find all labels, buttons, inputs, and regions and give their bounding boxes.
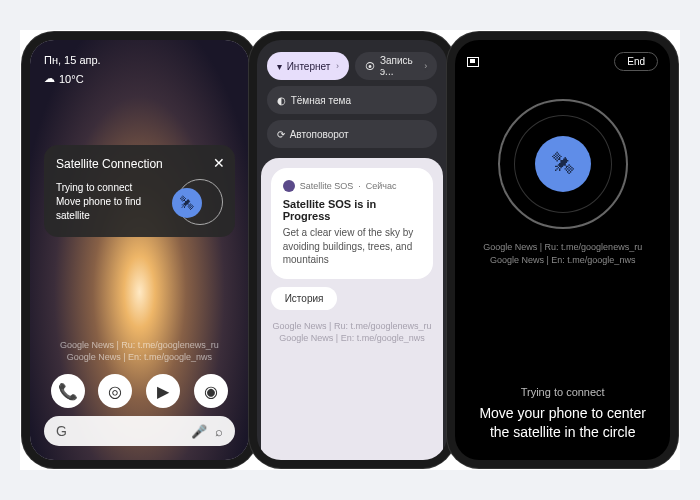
satellite-icon: 🛰 — [552, 151, 574, 177]
end-button[interactable]: End — [614, 52, 658, 71]
play-app-icon[interactable]: ▶ — [146, 374, 180, 408]
camera-app-icon[interactable]: ◉ — [194, 374, 228, 408]
watermark: Google News | Ru: t.me/googlenews_ru Goo… — [483, 241, 642, 266]
satellite-icon: 🛰 — [180, 195, 194, 211]
homescreen-phone: Пн, 15 апр. ☁ 10°C ✕ Satellite Connectio… — [30, 40, 249, 460]
wifi-icon: ▾ — [277, 61, 282, 72]
satellite-connection-card[interactable]: ✕ Satellite Connection Trying to connect… — [44, 145, 235, 237]
status-date: Пн, 15 апр. — [44, 54, 235, 66]
weather-widget[interactable]: ☁ 10°C — [44, 72, 235, 85]
cloud-icon: ☁ — [44, 72, 55, 85]
moon-icon: ◐ — [277, 95, 286, 106]
chevron-right-icon: › — [424, 61, 427, 71]
screen-record-chip[interactable]: ⦿ Запись э... › — [355, 52, 437, 80]
search-bar[interactable]: G 🎤 ⌕ — [44, 416, 235, 446]
aim-satellite-dot: 🛰 — [535, 136, 591, 192]
temperature: 10°C — [59, 73, 84, 85]
chevron-right-icon: › — [336, 61, 339, 71]
app-icon — [283, 180, 295, 192]
google-g-icon: G — [56, 423, 67, 439]
status-text: Trying to connect — [521, 386, 605, 398]
record-icon: ⦿ — [365, 61, 375, 72]
app-dock: 📞 ◎ ▶ ◉ — [44, 374, 235, 408]
card-title: Satellite Connection — [56, 157, 223, 171]
satellite-sos-notification[interactable]: Satellite SOS · Сейчас Satellite SOS is … — [271, 168, 434, 279]
auto-rotate-chip[interactable]: ⟳ Автоповорот — [267, 120, 438, 148]
lens-icon[interactable]: ⌕ — [215, 424, 223, 439]
close-icon[interactable]: ✕ — [213, 155, 225, 171]
rotate-icon: ⟳ — [277, 129, 285, 140]
satellite-position-dot: 🛰 — [172, 188, 202, 218]
history-button[interactable]: История — [271, 287, 338, 310]
dark-theme-chip[interactable]: ◐ Тёмная тема — [267, 86, 438, 114]
notification-header: Satellite SOS · Сейчас — [283, 180, 422, 192]
satellite-target-ring: 🛰 — [177, 179, 223, 225]
watermark: Google News | Ru: t.me/googlenews_ru Goo… — [271, 320, 434, 345]
notification-body: Get a clear view of the sky by avoiding … — [283, 226, 422, 267]
aim-ring: 🛰 — [498, 99, 628, 229]
quick-settings: ▾ Интернет › ⦿ Запись э... › ◐ Тёмная те… — [257, 40, 448, 156]
notification-title: Satellite SOS is in Progress — [283, 198, 422, 222]
card-text: Trying to connect Move phone to find sat… — [56, 181, 169, 223]
chrome-app-icon[interactable]: ◎ — [98, 374, 132, 408]
mic-icon[interactable]: 🎤 — [191, 424, 207, 439]
watermark: Google News | Ru: t.me/googlenews_ru Goo… — [44, 339, 235, 364]
notification-panel: Satellite SOS · Сейчас Satellite SOS is … — [261, 158, 444, 460]
phone-app-icon[interactable]: 📞 — [51, 374, 85, 408]
internet-chip[interactable]: ▾ Интернет › — [267, 52, 349, 80]
notification-shade-phone: ▾ Интернет › ⦿ Запись э... › ◐ Тёмная те… — [257, 40, 448, 460]
instruction-text: Move your phone to center the satellite … — [467, 404, 658, 448]
pip-icon — [467, 57, 479, 67]
satellite-aim-phone: End 🛰 Google News | Ru: t.me/googlenews_… — [455, 40, 670, 460]
